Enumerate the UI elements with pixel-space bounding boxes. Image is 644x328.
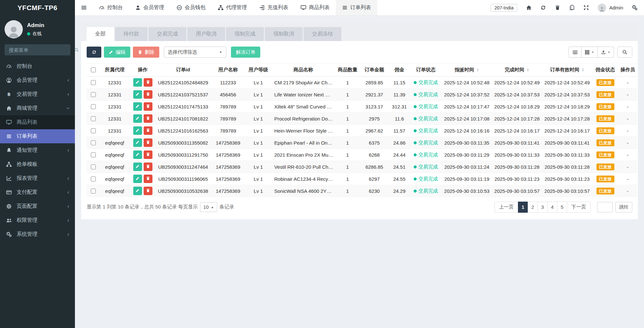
column-header-assign-time[interactable]: 指派时间▲▼: [442, 64, 492, 77]
pagination-page-2[interactable]: 2: [528, 202, 538, 213]
topnav-item-member-wallet[interactable]: cc会员钱包: [170, 0, 212, 15]
tab-pending-payment[interactable]: 待付款: [115, 27, 148, 41]
sidebar-item-order-list[interactable]: 订单列表: [0, 129, 75, 143]
topnav-item-recharge-list[interactable]: 充值列表: [253, 0, 294, 15]
tab-force-completed[interactable]: 强制完成: [226, 27, 264, 41]
row-edit-button[interactable]: [133, 78, 142, 87]
sidebar-item-payment-config[interactable]: 支付配置: [0, 185, 75, 199]
delete-button[interactable]: 删除: [133, 47, 159, 58]
row-edit-button[interactable]: [133, 102, 142, 111]
toggle-pagination-button[interactable]: [568, 47, 581, 58]
refresh-button[interactable]: [87, 47, 101, 58]
row-edit-button[interactable]: [133, 175, 142, 183]
row-checkbox[interactable]: [91, 128, 96, 133]
home-icon[interactable]: [526, 5, 532, 10]
row-checkbox[interactable]: [91, 92, 96, 97]
pencil-icon: [136, 128, 140, 133]
row-checkbox[interactable]: [91, 164, 96, 169]
sidebar-item-member-management[interactable]: 会员管理: [0, 73, 75, 87]
row-edit-button[interactable]: [133, 90, 142, 99]
row-delete-button[interactable]: [144, 175, 152, 183]
cell-order-status: 交易完成: [410, 89, 442, 101]
row-delete-button[interactable]: [144, 138, 152, 147]
sidebar-item-dashboard[interactable]: 控制台: [0, 59, 75, 73]
table-search-button[interactable]: [617, 47, 632, 58]
row-delete-button[interactable]: [144, 102, 152, 111]
row-delete-button[interactable]: [144, 114, 152, 123]
pagination-page-3[interactable]: 3: [537, 202, 548, 213]
sidebar-search-input[interactable]: [8, 47, 74, 53]
cell-assign-time: 2025-09-30 03:10:53: [442, 185, 492, 197]
tab-force-cancelled[interactable]: 强制取消: [265, 27, 303, 41]
sidebar-item-transaction-management[interactable]: ฿交易管理: [0, 87, 75, 101]
refresh-icon[interactable]: [540, 5, 546, 10]
row-edit-button[interactable]: [133, 187, 142, 195]
row-checkbox[interactable]: [91, 80, 96, 85]
trash-icon[interactable]: [555, 5, 560, 10]
row-checkbox[interactable]: [91, 104, 96, 109]
sort-carets-icon[interactable]: ▲▼: [477, 68, 479, 72]
tab-user-cancelled[interactable]: 用户取消: [187, 27, 225, 41]
cell-user-level: Lv 1: [246, 125, 271, 137]
copy-icon[interactable]: [569, 5, 575, 10]
tab-trade-frozen[interactable]: 交易冻结: [304, 27, 341, 41]
page-jump-input[interactable]: [597, 202, 613, 212]
row-delete-button[interactable]: [144, 78, 152, 87]
topnav-item-product-list[interactable]: 商品列表: [294, 0, 336, 15]
edit-button[interactable]: 编辑: [104, 47, 130, 58]
export-button[interactable]: [598, 47, 614, 58]
sidebar-item-permission-management[interactable]: 权限管理: [0, 213, 75, 227]
cell-commission-status: 已发放: [592, 161, 618, 173]
row-edit-button[interactable]: [133, 150, 142, 159]
row-delete-button[interactable]: [144, 163, 152, 171]
sidebar-item-mall-management[interactable]: 商城管理: [0, 101, 75, 115]
pagination-page-4[interactable]: 4: [547, 202, 557, 213]
env-badge[interactable]: 207-India: [491, 4, 517, 12]
row-delete-button[interactable]: [144, 126, 152, 135]
sidebar-item-report-management[interactable]: 报表管理: [0, 171, 75, 185]
cell-commission: 24.55: [389, 173, 410, 185]
sidebar-item-product-list[interactable]: 商品列表: [0, 115, 75, 129]
column-header-finish-time[interactable]: 完成时间▲▼: [492, 64, 542, 77]
menu-toggle-icon[interactable]: [75, 5, 93, 10]
row-edit-button[interactable]: [133, 138, 142, 147]
user-menu[interactable]: Admin: [598, 4, 623, 12]
column-header-valid-time[interactable]: 订单有效时间▲▼: [542, 64, 592, 77]
columns-button[interactable]: [581, 47, 598, 58]
tab-all[interactable]: 全部: [87, 27, 114, 41]
sidebar-item-notification-management[interactable]: 通知管理: [0, 143, 75, 157]
sidebar-item-page-config[interactable]: 页面配置: [0, 199, 75, 213]
pagination-next[interactable]: 下一页: [567, 202, 591, 213]
unfreeze-orders-button[interactable]: 解冻订单: [231, 47, 260, 58]
row-delete-button[interactable]: [144, 90, 152, 99]
sidebar-item-order-grab-template[interactable]: 抢单模板: [0, 157, 75, 171]
row-edit-button[interactable]: [133, 126, 142, 135]
row-checkbox[interactable]: [91, 152, 96, 157]
sort-carets-icon[interactable]: ▲▼: [527, 68, 529, 72]
topnav-item-dashboard[interactable]: 控制台: [93, 0, 129, 15]
row-checkbox[interactable]: [91, 116, 96, 121]
column-label: 操作: [138, 67, 148, 72]
pagination-page-5[interactable]: 5: [557, 202, 567, 213]
cogs-icon[interactable]: [632, 5, 637, 10]
topnav-item-agent-management[interactable]: 代理管理: [212, 0, 253, 15]
sidebar-item-system-management[interactable]: 系统管理: [0, 227, 75, 241]
row-checkbox[interactable]: [91, 177, 96, 181]
row-edit-button[interactable]: [133, 114, 142, 123]
topnav-item-member-management[interactable]: 会员管理: [129, 0, 170, 15]
pagination-page-1[interactable]: 1: [518, 202, 528, 213]
agent-filter-select[interactable]: 选择代理筛选: [164, 47, 226, 58]
select-all-checkbox[interactable]: [91, 67, 96, 72]
row-checkbox[interactable]: [91, 189, 96, 193]
expand-icon[interactable]: [583, 5, 589, 10]
page-jump-button[interactable]: 跳转: [615, 202, 632, 212]
row-edit-button[interactable]: [133, 163, 142, 171]
row-checkbox[interactable]: [91, 140, 96, 145]
topnav-item-order-list[interactable]: 订单列表: [336, 0, 377, 15]
row-delete-button[interactable]: [144, 150, 152, 159]
page-size-select[interactable]: 10 ▲: [200, 202, 217, 212]
row-delete-button[interactable]: [144, 187, 152, 195]
pagination-prev[interactable]: 上一页: [494, 202, 518, 213]
tab-trade-completed[interactable]: 交易完成: [149, 27, 186, 41]
sort-carets-icon[interactable]: ▲▼: [582, 68, 584, 72]
